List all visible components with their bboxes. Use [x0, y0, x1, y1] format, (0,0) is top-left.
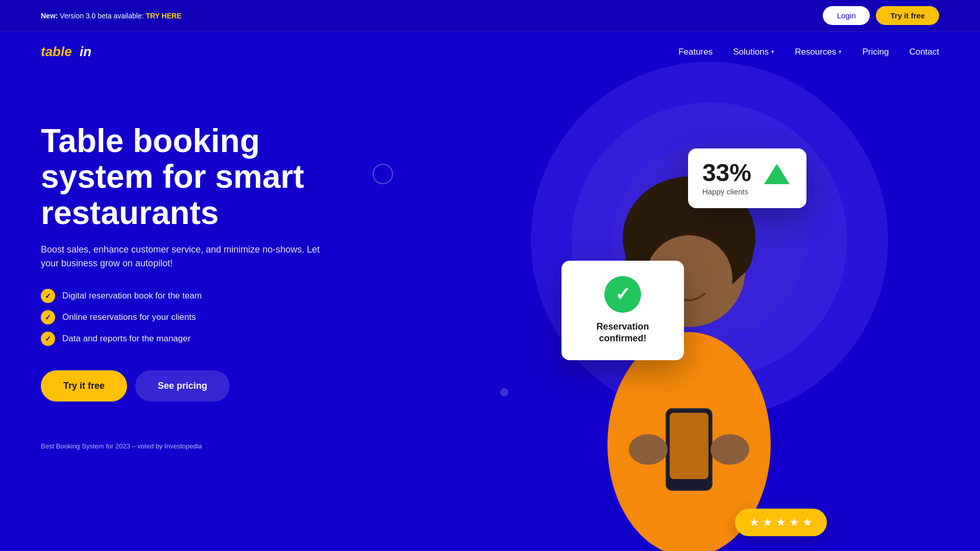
nav-link-features[interactable]: Features	[678, 47, 713, 57]
see-pricing-button[interactable]: See pricing	[135, 370, 230, 402]
check-icon-2	[41, 310, 55, 324]
dot-circle-1	[373, 164, 393, 184]
stars-card: ★ ★ ★ ★ ★	[735, 509, 827, 536]
logo-table: table	[41, 44, 72, 60]
nav-item-pricing[interactable]: Pricing	[862, 47, 889, 57]
feature-text-1: Digital reservation book for the team	[62, 291, 202, 301]
star-2: ★	[763, 516, 773, 529]
reservation-check-icon	[604, 276, 641, 313]
logo-in: in	[80, 44, 91, 60]
try-free-top-button[interactable]: Try it free	[876, 6, 939, 25]
features-list: Digital reservation book for the team On…	[41, 289, 357, 346]
stats-label: Happy clients	[702, 187, 751, 196]
stats-card: 33% Happy clients	[688, 148, 806, 208]
star-4: ★	[789, 516, 799, 529]
svg-rect-8	[670, 413, 708, 479]
announcement-link[interactable]: TRY HERE	[145, 12, 181, 20]
feature-text-2: Online reservations for your clients	[62, 312, 196, 322]
hero-buttons: Try it free See pricing	[41, 370, 357, 402]
navbar: table in Features Solutions ▾ Resources …	[0, 32, 980, 72]
announcement-text: New: Version 3.0 beta available: TRY HER…	[41, 12, 181, 20]
reservation-text: Reservation confirmed!	[580, 321, 666, 345]
hero-right: Reservation confirmed! 33% Happy clients…	[357, 92, 939, 551]
announcement-label: New:	[41, 12, 58, 20]
feature-text-3: Data and reports for the manager	[62, 334, 190, 344]
svg-point-10	[710, 434, 749, 465]
feature-item-3: Data and reports for the manager	[41, 332, 357, 346]
hero-section: Table booking system for smart restauran…	[0, 72, 980, 551]
chevron-down-icon: ▾	[771, 48, 774, 55]
star-1: ★	[749, 516, 760, 529]
nav-item-resources[interactable]: Resources ▾	[795, 47, 842, 57]
nav-links: Features Solutions ▾ Resources ▾ Pricing…	[678, 47, 939, 57]
stats-content: 33% Happy clients	[702, 161, 751, 196]
chevron-down-icon: ▾	[839, 48, 842, 55]
announcement-bar: New: Version 3.0 beta available: TRY HER…	[0, 0, 980, 32]
top-buttons: Login Try it free	[823, 6, 939, 25]
reservation-card: Reservation confirmed!	[561, 261, 684, 360]
svg-point-9	[629, 434, 668, 465]
nav-link-contact[interactable]: Contact	[909, 47, 939, 57]
nav-link-solutions[interactable]: Solutions ▾	[733, 47, 774, 57]
footer-note: Best Booking System for 2023 – voted by …	[41, 442, 357, 450]
hero-left: Table booking system for smart restauran…	[41, 92, 357, 551]
star-3: ★	[776, 516, 786, 529]
try-free-hero-button[interactable]: Try it free	[41, 370, 127, 402]
check-icon-3	[41, 332, 55, 346]
hero-title: Table booking system for smart restauran…	[41, 123, 357, 231]
svg-marker-11	[764, 164, 790, 184]
check-icon-1	[41, 289, 55, 303]
star-5: ★	[802, 516, 813, 529]
nav-link-pricing[interactable]: Pricing	[862, 47, 889, 57]
arrow-up-icon	[762, 161, 792, 196]
nav-item-features[interactable]: Features	[678, 47, 713, 57]
feature-item-1: Digital reservation book for the team	[41, 289, 357, 303]
hero-subtitle: Boost sales, enhance customer service, a…	[41, 243, 337, 270]
nav-item-contact[interactable]: Contact	[909, 47, 939, 57]
person-container: Reservation confirmed! 33% Happy clients…	[582, 159, 796, 551]
dot-circle-2	[500, 388, 508, 396]
logo: table in	[41, 44, 91, 60]
feature-item-2: Online reservations for your clients	[41, 310, 357, 324]
login-button[interactable]: Login	[823, 6, 870, 25]
nav-link-resources[interactable]: Resources ▾	[795, 47, 842, 57]
nav-item-solutions[interactable]: Solutions ▾	[733, 47, 774, 57]
stats-number: 33%	[702, 161, 751, 185]
